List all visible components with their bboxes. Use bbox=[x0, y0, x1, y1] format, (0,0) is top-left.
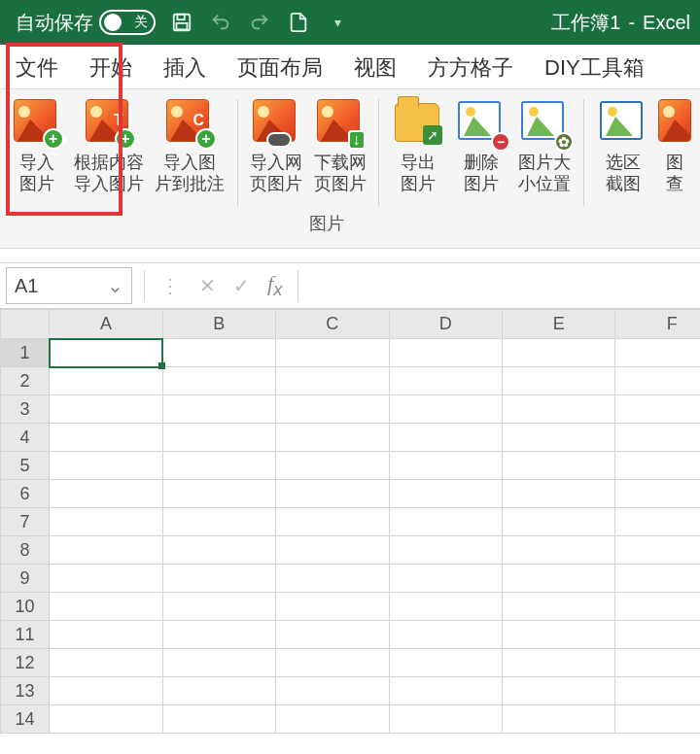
cell[interactable] bbox=[162, 395, 275, 424]
undo-icon[interactable] bbox=[208, 10, 233, 35]
row-header[interactable]: 1 bbox=[1, 339, 50, 367]
row-header[interactable]: 10 bbox=[1, 593, 50, 621]
column-header[interactable]: A bbox=[50, 310, 162, 339]
cell[interactable] bbox=[50, 536, 162, 565]
cell[interactable] bbox=[162, 367, 275, 395]
import-to-comment-button[interactable]: C+ 导入图 片到批注 bbox=[150, 99, 228, 194]
cell[interactable] bbox=[389, 649, 502, 677]
tab-insert[interactable]: 插入 bbox=[161, 48, 208, 88]
cell[interactable] bbox=[389, 480, 502, 508]
download-web-image-button[interactable]: ↓ 下载网 页图片 bbox=[309, 99, 370, 194]
cell[interactable] bbox=[389, 536, 502, 565]
document-icon[interactable] bbox=[286, 10, 311, 35]
cell[interactable] bbox=[162, 339, 275, 367]
tab-page-layout[interactable]: 页面布局 bbox=[235, 48, 325, 88]
cell[interactable] bbox=[50, 565, 162, 593]
spreadsheet-grid[interactable]: ABCDEF1234567891011121314 bbox=[0, 309, 700, 734]
cell[interactable] bbox=[276, 593, 389, 621]
tab-ffgz[interactable]: 方方格子 bbox=[426, 48, 515, 88]
row-header[interactable]: 4 bbox=[1, 424, 50, 452]
row-header[interactable]: 12 bbox=[1, 649, 50, 677]
cell[interactable] bbox=[389, 705, 502, 734]
cell[interactable] bbox=[503, 452, 615, 480]
cell[interactable] bbox=[276, 508, 389, 536]
cell[interactable] bbox=[50, 424, 162, 452]
cell[interactable] bbox=[615, 424, 700, 452]
row-header[interactable]: 13 bbox=[1, 677, 50, 705]
cell[interactable] bbox=[162, 536, 275, 565]
cell[interactable] bbox=[615, 536, 700, 565]
cell[interactable] bbox=[162, 593, 275, 621]
row-header[interactable]: 2 bbox=[1, 367, 50, 395]
column-header[interactable]: F bbox=[615, 310, 700, 339]
cell[interactable] bbox=[276, 395, 389, 424]
cell[interactable] bbox=[162, 424, 275, 452]
cell[interactable] bbox=[389, 452, 502, 480]
cell[interactable] bbox=[503, 649, 615, 677]
cell[interactable] bbox=[615, 508, 700, 536]
cell[interactable] bbox=[276, 536, 389, 565]
tab-view[interactable]: 视图 bbox=[352, 48, 399, 88]
cell[interactable] bbox=[389, 565, 502, 593]
enter-icon[interactable]: ✓ bbox=[233, 274, 250, 297]
import-by-content-button[interactable]: T+ 根据内容 导入图片 bbox=[69, 99, 148, 194]
cell[interactable] bbox=[162, 705, 275, 734]
cell[interactable] bbox=[162, 452, 275, 480]
cell[interactable] bbox=[50, 508, 162, 536]
row-header[interactable]: 11 bbox=[1, 621, 50, 649]
export-image-button[interactable]: ➚ 导出 图片 bbox=[387, 99, 448, 194]
cell[interactable] bbox=[276, 480, 389, 508]
cell[interactable] bbox=[162, 565, 275, 593]
row-header[interactable]: 14 bbox=[1, 705, 50, 734]
redo-icon[interactable] bbox=[247, 10, 272, 35]
cell[interactable] bbox=[162, 649, 275, 677]
cell[interactable] bbox=[503, 536, 615, 565]
cell[interactable] bbox=[615, 593, 700, 621]
cell[interactable] bbox=[276, 621, 389, 649]
image-view-button[interactable]: 图 查 bbox=[655, 99, 694, 194]
tab-diy-toolbox[interactable]: DIY工具箱 bbox=[542, 48, 647, 88]
cell[interactable] bbox=[276, 367, 389, 395]
cell[interactable] bbox=[615, 677, 700, 705]
cell[interactable] bbox=[50, 367, 162, 395]
cell[interactable] bbox=[276, 339, 389, 367]
import-image-button[interactable]: + 导入 图片 bbox=[6, 99, 67, 194]
customize-qat-icon[interactable]: ▾ bbox=[325, 10, 350, 35]
cell[interactable] bbox=[615, 649, 700, 677]
column-header[interactable]: D bbox=[389, 310, 502, 339]
cell[interactable] bbox=[503, 508, 615, 536]
cell[interactable] bbox=[615, 480, 700, 508]
cell[interactable] bbox=[50, 621, 162, 649]
cell[interactable] bbox=[389, 593, 502, 621]
cell[interactable] bbox=[615, 339, 700, 367]
cell[interactable] bbox=[615, 367, 700, 395]
cell[interactable] bbox=[50, 339, 162, 367]
cell[interactable] bbox=[615, 565, 700, 593]
cell[interactable] bbox=[615, 395, 700, 424]
tab-home[interactable]: 开始 bbox=[88, 48, 134, 88]
save-icon[interactable] bbox=[169, 10, 194, 35]
select-all-corner[interactable] bbox=[1, 310, 50, 339]
cell[interactable] bbox=[389, 367, 502, 395]
selection-screenshot-button[interactable]: 选区 截图 bbox=[592, 99, 653, 194]
cell[interactable] bbox=[162, 480, 275, 508]
cell[interactable] bbox=[503, 424, 615, 452]
column-header[interactable]: C bbox=[276, 310, 389, 339]
cell[interactable] bbox=[503, 395, 615, 424]
cell[interactable] bbox=[276, 452, 389, 480]
cell[interactable] bbox=[615, 621, 700, 649]
cell[interactable] bbox=[276, 705, 389, 734]
cell[interactable] bbox=[389, 424, 502, 452]
fx-icon[interactable]: fx bbox=[267, 271, 282, 300]
import-web-image-button[interactable]: 导入网 页图片 bbox=[246, 99, 307, 194]
cell[interactable] bbox=[276, 424, 389, 452]
cell[interactable] bbox=[503, 367, 615, 395]
toggle-icon[interactable]: 关 bbox=[99, 10, 156, 35]
cell[interactable] bbox=[162, 677, 275, 705]
cell[interactable] bbox=[276, 649, 389, 677]
cell[interactable] bbox=[503, 705, 615, 734]
cell[interactable] bbox=[389, 621, 502, 649]
column-header[interactable]: B bbox=[162, 310, 275, 339]
name-box[interactable]: A1 ⌄ bbox=[6, 267, 132, 304]
formula-expand-icon[interactable]: ⋮ bbox=[160, 274, 182, 297]
